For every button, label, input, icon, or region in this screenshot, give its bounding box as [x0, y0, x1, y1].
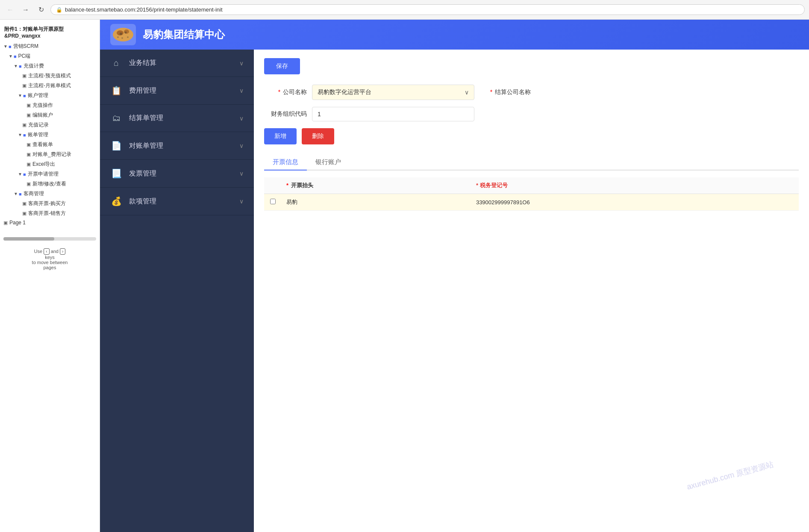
tree-item-edit-acct[interactable]: ▣ 编辑账户 — [0, 110, 100, 120]
tree-item-excel-export[interactable]: ▣ Excel导出 — [0, 159, 100, 169]
tree-item-charge-op[interactable]: ▣ 充值操作 — [0, 100, 100, 110]
settle-company-label: * 结算公司名称 — [480, 88, 531, 96]
tree-item-recharge[interactable]: ▼ ■ 充值计费 — [0, 61, 100, 71]
tree-scrollbar[interactable] — [3, 237, 96, 241]
svg-point-7 — [127, 36, 129, 38]
nav-label-paymentmgmt: 款项管理 — [129, 197, 232, 206]
nav-item-paymentmgmt[interactable]: 💰 款项管理 ∨ — [100, 188, 254, 215]
action-buttons: 新增 删除 — [264, 128, 799, 144]
app-logo — [110, 24, 136, 45]
tree-item-page1[interactable]: ▣ Page 1 — [0, 218, 100, 227]
org-code-label: 财务组织代码 — [264, 110, 307, 118]
th-invoice-head: * 开票抬头 — [281, 177, 471, 194]
invoice-info-table: * 开票抬头 * 税务登记号 — [264, 177, 799, 211]
tree-item-flow2[interactable]: ▣ 主流程-月账单模式 — [0, 81, 100, 91]
nav-item-reconcile[interactable]: 📄 对账单管理 ∨ — [100, 132, 254, 160]
folder-icon-scrm: ■ — [9, 44, 12, 49]
tree-panel: 附件1：对账单与开票原型&PRD_wangxx ▼ ■ 营销SCRM ▼ ■ P… — [0, 20, 100, 532]
tree-item-invoice-mgmt[interactable]: ▼ ■ 开票申请管理 — [0, 169, 100, 179]
table-row: 易豹 339002999997891O6 — [264, 194, 799, 211]
row-checkbox-cell[interactable] — [264, 194, 281, 211]
chevron-down-icon-feemgmt: ∨ — [239, 87, 244, 94]
app-header: 易豹集团结算中心 — [100, 20, 809, 50]
nav-label-bizsettle: 业务结算 — [129, 59, 232, 68]
svg-point-4 — [125, 32, 127, 34]
add-button[interactable]: 新增 — [264, 128, 297, 144]
tree-item-charge-rec[interactable]: ▣ 充值记录 — [0, 120, 100, 130]
settle-icon: 🗂 — [110, 113, 122, 123]
tab-invoice-info[interactable]: 开票信息 — [264, 155, 307, 170]
company-name-label: * 公司名称 — [264, 88, 307, 96]
lock-icon: 🔒 — [56, 7, 62, 13]
tree-item-customer-mgmt[interactable]: ▼ ■ 客商管理 — [0, 189, 100, 199]
tree-bottom-hint: Use ‹ and › keys to move between pages — [0, 245, 100, 273]
app-body: 附件1：对账单与开票原型&PRD_wangxx ▼ ■ 营销SCRM ▼ ■ P… — [0, 20, 809, 532]
invoice-icon: 📃 — [110, 168, 122, 179]
left-nav: ⌂ 业务结算 ∨ 📋 费用管理 ∨ 🗂 结算单管理 ∨ 📄 对账单管理 — [100, 50, 254, 532]
chevron-down-icon-reconcile: ∨ — [239, 142, 244, 149]
tree-item-reconcile[interactable]: ▣ 对账单_费用记录 — [0, 150, 100, 159]
browser-chrome: ← → ↻ 🔒 balance-test.smartebao.com:20156… — [0, 0, 809, 20]
svg-point-3 — [120, 32, 122, 35]
main-content: 保存 * 公司名称 易豹数字化运营平台 ∨ * 结算公司名称 — [254, 50, 809, 532]
svg-point-5 — [117, 36, 119, 38]
tree-item-cust-seller[interactable]: ▣ 客商开票-销售方 — [0, 209, 100, 218]
delete-button[interactable]: 删除 — [302, 128, 334, 144]
back-button[interactable]: ← — [4, 4, 16, 16]
nav-item-invoicemgmt[interactable]: 📃 发票管理 ∨ — [100, 160, 254, 188]
company-name-row: * 公司名称 易豹数字化运营平台 ∨ * 结算公司名称 — [264, 85, 799, 100]
forward-button[interactable]: → — [20, 4, 32, 16]
form-tabs: 开票信息 银行账户 — [264, 155, 799, 170]
home-icon: ⌂ — [110, 58, 122, 68]
company-name-select[interactable]: 易豹数字化运营平台 ∨ — [312, 85, 474, 100]
address-bar[interactable]: 🔒 balance-test.smartebao.com:20156/print… — [50, 4, 805, 15]
chevron-down-icon-paymentmgmt: ∨ — [239, 198, 244, 205]
tree-title: 附件1：对账单与开票原型&PRD_wangxx — [0, 23, 100, 41]
tree-item-acct-mgmt[interactable]: ▼ ■ 账户管理 — [0, 91, 100, 100]
payment-icon: 💰 — [110, 196, 122, 206]
url-text: balance-test.smartebao.com:20156/print-t… — [65, 6, 223, 13]
reload-button[interactable]: ↻ — [35, 4, 47, 16]
th-checkbox — [264, 177, 281, 194]
org-code-input[interactable] — [312, 107, 474, 121]
svg-point-0 — [113, 28, 133, 41]
app-title: 易豹集团结算中心 — [143, 28, 225, 41]
tax-reg-cell: 339002999997891O6 — [471, 194, 799, 211]
table-header-row: * 开票抬头 * 税务登记号 — [264, 177, 799, 194]
next-key-badge: › — [60, 248, 65, 255]
nav-item-settlebill[interactable]: 🗂 结算单管理 ∨ — [100, 105, 254, 132]
app-content: ⌂ 业务结算 ∨ 📋 费用管理 ∨ 🗂 结算单管理 ∨ 📄 对账单管理 — [100, 50, 809, 532]
tree-item-flow1[interactable]: ▣ 主流程-预充值模式 — [0, 71, 100, 81]
nav-item-feemgmt[interactable]: 📋 费用管理 ∨ — [100, 77, 254, 105]
tree-item-view-bill[interactable]: ▣ 查看账单 — [0, 140, 100, 150]
chevron-down-icon-bizsettle: ∨ — [239, 60, 244, 67]
fee-icon: 📋 — [110, 85, 122, 96]
chevron-down-icon-settlebill: ∨ — [239, 115, 244, 122]
save-button[interactable]: 保存 — [264, 58, 300, 74]
tree-item-pc[interactable]: ▼ ■ PC端 — [0, 51, 100, 61]
tree-item-scrm[interactable]: ▼ ■ 营销SCRM — [0, 41, 100, 51]
org-code-row: 财务组织代码 — [264, 107, 799, 121]
tab-bank-acct[interactable]: 银行账户 — [307, 155, 350, 170]
reconcile-icon: 📄 — [110, 141, 122, 151]
company-select-arrow-icon: ∨ — [465, 89, 469, 96]
invoice-head-cell: 易豹 — [281, 194, 471, 211]
nav-label-settlebill: 结算单管理 — [129, 114, 232, 123]
prev-key-badge: ‹ — [44, 248, 49, 255]
th-tax-reg: * 税务登记号 — [471, 177, 799, 194]
tree-item-bill-mgmt[interactable]: ▼ ■ 账单管理 — [0, 130, 100, 140]
tree-item-add-invoice[interactable]: ▣ 新增/修改/查看 — [0, 179, 100, 189]
app-area: 易豹集团结算中心 ⌂ 业务结算 ∨ 📋 费用管理 ∨ 🗂 结算单管理 — [100, 20, 809, 532]
svg-point-6 — [121, 37, 123, 39]
toggle-scrm: ▼ — [3, 44, 8, 49]
chevron-down-icon-invoicemgmt: ∨ — [239, 170, 244, 177]
logo-svg — [112, 25, 135, 44]
row-checkbox[interactable] — [270, 199, 276, 204]
nav-label-invoicemgmt: 发票管理 — [129, 169, 232, 178]
nav-item-bizsettle[interactable]: ⌂ 业务结算 ∨ — [100, 50, 254, 77]
nav-label-feemgmt: 费用管理 — [129, 86, 232, 95]
tree-item-cust-buyer[interactable]: ▣ 客商开票-购买方 — [0, 199, 100, 209]
nav-label-reconcile: 对账单管理 — [129, 141, 232, 150]
